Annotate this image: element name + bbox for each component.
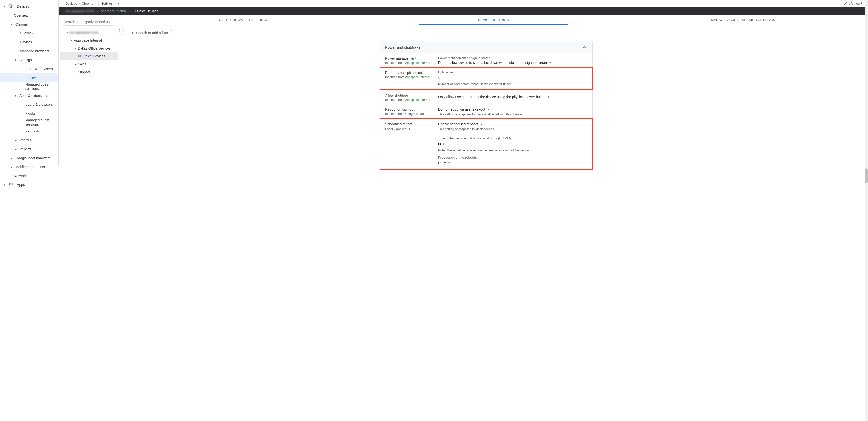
svg-point-4 [12, 183, 12, 184]
setting-allow-shutdown: Allow shutdown Inherited from Appspace I… [380, 90, 592, 104]
nav-ae-users[interactable]: Users & browsers [0, 100, 59, 109]
caret-right-icon: ▶ [73, 63, 78, 66]
page-scrollbar[interactable] [865, 0, 868, 421]
inherit-link[interactable]: Appspace Internal [405, 75, 430, 79]
nav-mobile-endpoints[interactable]: ▶ Mobile & endpoints [0, 162, 59, 171]
caret-down-icon: ▼ [487, 108, 490, 111]
power-management-dropdown[interactable]: Do not allow device to sleep/shut down w… [438, 61, 551, 65]
allow-shutdown-dropdown[interactable]: Only allow users to turn off the device … [438, 95, 550, 99]
setting-scheduled-reboot: Scheduled reboot Locally applied▼ Enable… [380, 119, 592, 169]
caret-down-icon: ▼ [448, 162, 451, 164]
plus-icon: + [131, 31, 134, 35]
reboot-time-input[interactable] [438, 141, 558, 148]
caret-down-icon: ▼ [480, 123, 483, 126]
devices-icon [8, 4, 13, 9]
setting-reboot-signout: Reboot on sign-out Inherited from Google… [380, 104, 592, 119]
nav-device[interactable]: Device [0, 73, 59, 82]
nav-ae-guest[interactable]: Managed guest sessions [0, 118, 59, 127]
scrollbar-thumb[interactable] [865, 168, 868, 183]
svg-point-6 [11, 185, 11, 185]
reboot-signout-dropdown[interactable]: Do not reboot on user sign-out▼ [438, 107, 490, 111]
nav-managed-browsers[interactable]: Managed browsers [0, 46, 59, 56]
caret-right-icon: ▶ [10, 157, 13, 160]
caret-right-icon: ▶ [10, 166, 13, 168]
tab-managed-guest[interactable]: MANAGED GUEST SESSION SETTINGS [618, 14, 868, 25]
caret-down-icon: ▼ [548, 96, 550, 98]
caret-down-icon: ▼ [3, 5, 6, 8]
org-path-bar: xxx appspace XXXX › Appspace Internal › … [59, 7, 868, 14]
breadcrumb-chrome[interactable]: Chrome [82, 2, 93, 5]
nav-requests[interactable]: Requests [0, 127, 59, 136]
chevron-right-icon: › [129, 9, 130, 13]
svg-rect-0 [9, 5, 12, 7]
reboot-frequency-dropdown[interactable]: Daily▼ [438, 161, 451, 165]
uptime-limit-input[interactable] [438, 75, 558, 81]
svg-point-5 [9, 185, 10, 185]
org-unit-panel: ▼ xxx appspace xxxx ▼ Appspace Internal … [59, 14, 119, 421]
ou-root[interactable]: ▼ xxx appspace xxxx [60, 29, 118, 36]
svg-point-10 [12, 186, 12, 187]
svg-point-7 [12, 185, 12, 185]
caret-down-icon: ▼ [14, 59, 17, 61]
caret-down-icon: ▼ [10, 23, 13, 26]
caret-right-icon: ▶ [14, 139, 17, 142]
nav-apps[interactable]: ▶ Apps [0, 180, 59, 189]
caret-right-icon: ▶ [3, 184, 6, 186]
breadcrumb-devices[interactable]: Devices [65, 2, 77, 5]
left-navigation: ▼ Devices Overview ▼ Chrome Overview Dev… [0, 0, 59, 421]
inherit-link[interactable]: Appspace Internal [405, 98, 430, 101]
nav-google-meet[interactable]: ▶ Google Meet hardware [0, 154, 59, 162]
caret-down-icon: ▼ [65, 31, 69, 34]
power-shutdown-card: Power and shutdown Power management Inhe… [379, 41, 593, 170]
caret-down-icon: ▼ [549, 61, 551, 64]
chevron-right-icon: › [79, 2, 80, 5]
card-title: Power and shutdown [385, 45, 420, 49]
setting-power-management: Power management Inherited from Appspace… [380, 53, 592, 67]
svg-point-3 [11, 183, 11, 184]
tab-device-settings[interactable]: DEVICE SETTINGS [369, 14, 618, 25]
nav-label: Devices [17, 4, 29, 8]
nav-managed-guest[interactable]: Managed guest sessions [0, 82, 59, 91]
nav-networks[interactable]: Networks [0, 171, 59, 180]
svg-point-2 [9, 183, 10, 184]
ou-dallas[interactable]: ▶ Dallas Office Devices [60, 44, 118, 52]
org-root-blurred: xxx appspace XXXX [65, 9, 95, 13]
ou-kl-office[interactable]: KL Office Devices [60, 52, 118, 60]
main-panel: Devices › Chrome › Settings ▼ What's new… [59, 0, 868, 421]
ou-appspace-internal[interactable]: ▼ Appspace Internal [60, 36, 118, 44]
settings-tabs: USER & BROWSER SETTINGS DEVICE SETTINGS … [119, 14, 868, 25]
add-filter-chip[interactable]: + Search or add a filter [127, 29, 173, 37]
org-path-item[interactable]: Appspace Internal [100, 9, 127, 13]
breadcrumb-settings-dropdown[interactable]: Settings ▼ [98, 1, 122, 6]
scheduled-reboot-dropdown[interactable]: Enable scheduled reboots▼ [438, 122, 483, 126]
inherit-link[interactable]: Appspace Internal [405, 61, 430, 65]
nav-printers[interactable]: ▶ Printers [0, 136, 59, 144]
nav-chrome-devices[interactable]: Devices [0, 38, 59, 46]
chevron-right-icon: › [95, 2, 96, 5]
nav-apps-extensions[interactable]: ▼ Apps & extensions [0, 91, 59, 100]
org-unit-search-input[interactable] [63, 18, 113, 26]
ou-sales[interactable]: ▶ Sales [60, 60, 118, 68]
setting-reboot-uptime: Reboot after uptime limit Inherited from… [380, 67, 592, 90]
collapse-icon[interactable] [582, 45, 587, 49]
chevron-right-icon: › [97, 9, 98, 13]
nav-chrome-overview[interactable]: Overview [0, 29, 59, 38]
whats-new-link[interactable]: What's new? [844, 2, 862, 5]
nav-settings[interactable]: ▼ Settings [0, 56, 59, 64]
caret-down-icon: ▼ [14, 94, 17, 97]
caret-down-icon: ▼ [408, 128, 411, 130]
breadcrumb-bar: Devices › Chrome › Settings ▼ What's new… [59, 0, 868, 7]
caret-right-icon: ▶ [14, 148, 17, 151]
locally-applied-dropdown[interactable]: Locally applied▼ [385, 127, 411, 131]
nav-overview[interactable]: Overview [0, 11, 59, 20]
nav-users-browsers[interactable]: Users & browsers [0, 64, 59, 73]
svg-point-9 [11, 186, 11, 187]
nav-reports[interactable]: ▶ Reports [0, 144, 59, 154]
svg-point-8 [9, 186, 10, 187]
nav-chrome[interactable]: ▼ Chrome [0, 20, 59, 29]
nav-kiosks[interactable]: Kiosks [0, 109, 59, 118]
ou-support[interactable]: Support [60, 68, 118, 76]
org-path-current: KL Office Devices [132, 9, 158, 13]
nav-devices[interactable]: ▼ Devices [0, 2, 59, 11]
tab-user-browser[interactable]: USER & BROWSER SETTINGS [119, 14, 369, 25]
